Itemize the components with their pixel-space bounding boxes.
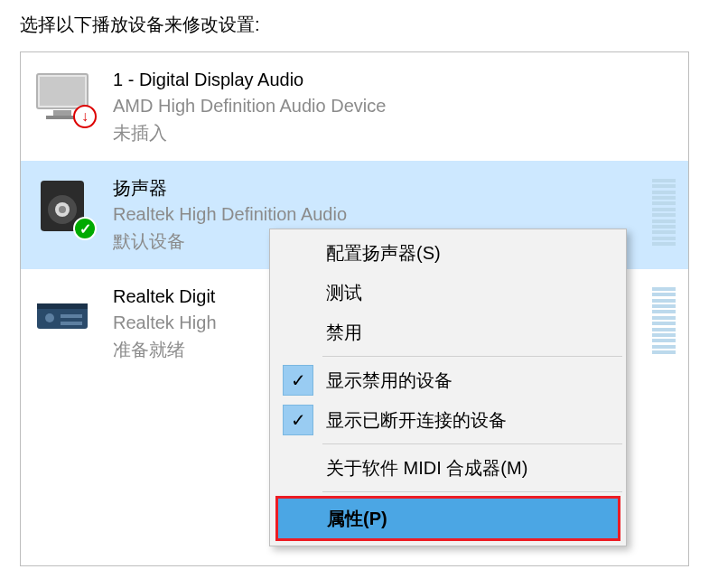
menu-item-show-disconnected[interactable]: ✓ 显示已断开连接的设备 <box>272 400 624 440</box>
menu-item-label: 显示禁用的设备 <box>326 369 624 393</box>
check-icon: ✓ <box>283 365 313 396</box>
level-meter-icon <box>652 287 676 354</box>
menu-separator <box>322 356 622 357</box>
svg-rect-12 <box>61 322 82 325</box>
annotation-highlight: 属性(P) <box>275 496 620 541</box>
device-title: 1 - Digital Display Audio <box>113 67 676 92</box>
device-title: 扬声器 <box>113 175 643 201</box>
svg-rect-11 <box>61 314 82 318</box>
device-list-panel: 1 - Digital Display Audio AMD High Defin… <box>20 51 689 566</box>
menu-item-label: 属性(P) <box>327 507 618 531</box>
menu-item-label: 测试 <box>326 281 624 305</box>
menu-item-properties[interactable]: 属性(P) <box>278 499 618 538</box>
menu-item-about-midi[interactable]: 关于软件 MIDI 合成器(M) <box>272 448 624 488</box>
menu-item-show-disabled[interactable]: ✓ 显示禁用的设备 <box>272 360 624 400</box>
device-text: 1 - Digital Display Audio AMD High Defin… <box>113 67 676 146</box>
speaker-icon <box>33 177 91 235</box>
svg-rect-1 <box>40 77 85 106</box>
list-item[interactable]: 1 - Digital Display Audio AMD High Defin… <box>21 52 688 161</box>
menu-item-label: 显示已断开连接的设备 <box>326 408 624 433</box>
menu-separator <box>322 443 622 444</box>
menu-item-test[interactable]: 测试 <box>272 273 624 313</box>
menu-item-label: 禁用 <box>326 321 624 345</box>
unplugged-badge-icon <box>73 105 97 128</box>
context-menu: 配置扬声器(S) 测试 禁用 ✓ 显示禁用的设备 ✓ 显示已断开连接的设备 关于… <box>269 229 627 546</box>
svg-rect-9 <box>37 303 88 309</box>
device-status: 未插入 <box>113 119 676 146</box>
menu-item-label: 配置扬声器(S) <box>326 241 624 266</box>
menu-item-configure[interactable]: 配置扬声器(S) <box>272 233 624 273</box>
svg-point-10 <box>45 313 54 322</box>
device-subtitle: AMD High Definition Audio Device <box>113 92 676 119</box>
check-icon: ✓ <box>283 405 313 435</box>
monitor-icon <box>33 69 91 126</box>
device-subtitle: Realtek High Definition Audio <box>113 201 643 228</box>
svg-rect-2 <box>53 110 71 116</box>
menu-separator <box>322 491 622 492</box>
default-badge-icon <box>73 217 97 240</box>
svg-point-7 <box>59 206 66 213</box>
receiver-icon <box>33 285 91 343</box>
level-meter-icon <box>652 179 676 246</box>
menu-item-disable[interactable]: 禁用 <box>272 313 624 352</box>
instruction-label: 选择以下播放设备来修改设置: <box>0 0 709 46</box>
menu-item-label: 关于软件 MIDI 合成器(M) <box>326 456 624 481</box>
